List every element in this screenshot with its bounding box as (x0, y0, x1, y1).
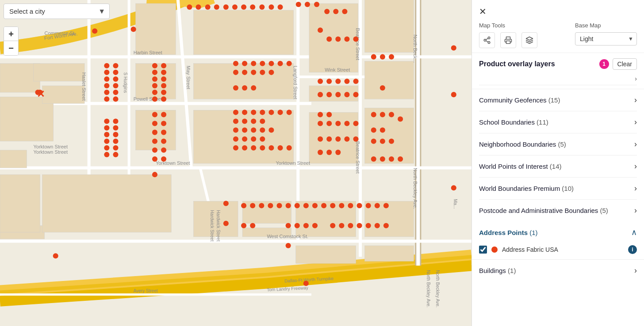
basemap-select[interactable]: LightDarkStreetsSatellite (575, 32, 637, 45)
svg-point-124 (161, 96, 166, 102)
svg-point-236 (259, 203, 264, 208)
layer-item-postcode-boundaries[interactable]: Postcode and Administrative Boundaries (… (479, 200, 637, 221)
svg-point-132 (161, 139, 166, 144)
svg-text:Yorktown Street: Yorktown Street (276, 160, 310, 166)
buildings-layer-item[interactable]: Buildings (1) › (479, 260, 637, 281)
svg-point-114 (161, 63, 166, 68)
svg-point-196 (326, 112, 332, 117)
svg-point-227 (451, 45, 456, 51)
svg-point-151 (242, 85, 247, 91)
chevron-right-icon: › (634, 95, 637, 105)
chevron-up-icon: ∧ (631, 227, 637, 237)
svg-line-271 (486, 41, 488, 42)
svg-point-192 (335, 92, 341, 97)
svg-point-210 (371, 54, 376, 60)
svg-point-200 (344, 121, 349, 126)
svg-rect-25 (193, 10, 293, 55)
address-fabric-info-button[interactable]: i (628, 245, 637, 254)
map-area: Select a city ▼ + − (0, 0, 472, 326)
overlay-section: Product overlay layers 1 Clear ​ › (472, 53, 644, 89)
svg-point-205 (344, 136, 349, 142)
svg-point-182 (335, 36, 341, 42)
address-fabric-label: Address Fabric USA (502, 246, 624, 253)
svg-point-254 (286, 223, 291, 228)
svg-text:Powell Street: Powell Street (134, 96, 162, 102)
svg-point-255 (295, 223, 300, 228)
svg-point-213 (380, 85, 385, 91)
svg-point-181 (326, 36, 332, 42)
layer-item-world-poi[interactable]: World Points of Interest (14) › (479, 155, 637, 178)
svg-text:North Beck...: North Beck... (413, 34, 418, 63)
svg-rect-29 (309, 86, 358, 101)
svg-point-166 (251, 128, 256, 133)
svg-point-199 (335, 121, 341, 126)
print-button[interactable] (500, 32, 516, 48)
share-button[interactable] (479, 32, 495, 48)
svg-point-202 (318, 136, 323, 142)
address-fabric-checkbox[interactable] (479, 246, 487, 254)
zoom-in-button[interactable]: + (4, 27, 18, 41)
overlay-title: Product overlay layers (479, 60, 555, 68)
partial-chevron-icon: › (635, 75, 637, 82)
svg-point-106 (113, 132, 118, 137)
svg-point-122 (161, 90, 166, 95)
svg-point-177 (268, 145, 274, 151)
overlay-header: Product overlay layers 1 Clear (479, 58, 637, 70)
layer-item-community-geofences[interactable]: Community Geofences (15) › (479, 89, 637, 111)
svg-point-183 (344, 36, 349, 42)
svg-text:Haslet Street: Haslet Street (81, 72, 87, 101)
close-button[interactable]: ✕ (479, 6, 487, 17)
svg-point-150 (233, 85, 238, 91)
svg-point-176 (260, 145, 265, 151)
svg-point-110 (113, 145, 118, 151)
svg-point-111 (104, 152, 109, 157)
svg-point-235 (250, 203, 255, 208)
map-tools-section: Map Tools (479, 22, 537, 48)
svg-point-113 (152, 63, 157, 68)
overlay-badge: 1 (599, 59, 609, 69)
svg-point-197 (318, 121, 323, 126)
svg-rect-38 (296, 246, 356, 263)
zoom-out-button[interactable]: − (4, 41, 18, 55)
svg-point-142 (268, 61, 274, 66)
city-select[interactable]: Select a city (4, 4, 110, 19)
svg-point-184 (353, 36, 358, 42)
svg-point-207 (318, 150, 323, 155)
layer-name: Neighborhood Boundaries (5) (479, 140, 566, 148)
basemap-select-container[interactable]: LightDarkStreetsSatellite ▼ (575, 32, 637, 45)
svg-point-248 (366, 203, 371, 208)
svg-point-194 (353, 92, 358, 97)
layer-name: Community Geofences (15) (479, 96, 560, 104)
chevron-right-icon: › (634, 184, 637, 193)
svg-rect-35 (242, 201, 291, 223)
svg-point-101 (104, 118, 109, 124)
layers-button[interactable] (521, 32, 537, 48)
address-points-header[interactable]: Address Points (1) ∧ (479, 221, 637, 242)
svg-text:Harbin Street: Harbin Street (134, 50, 162, 55)
clear-button[interactable]: Clear (613, 58, 637, 70)
svg-point-134 (161, 148, 166, 153)
svg-point-162 (251, 118, 256, 124)
svg-point-240 (295, 203, 300, 208)
svg-point-81 (305, 2, 310, 7)
svg-point-97 (104, 90, 109, 95)
svg-point-233 (223, 201, 229, 206)
svg-point-160 (233, 118, 238, 124)
svg-point-215 (380, 112, 385, 117)
layer-item-neighborhood-boundaries[interactable]: Neighborhood Boundaries (5) › (479, 133, 637, 155)
svg-point-253 (250, 223, 255, 228)
svg-rect-40 (365, 246, 414, 261)
basemap-section: Base Map LightDarkStreetsSatellite ▼ (575, 22, 637, 45)
layer-item-world-boundaries-premium[interactable]: World Boundaries Premium (10) › (479, 178, 637, 200)
svg-point-206 (353, 136, 358, 142)
layer-item-school-boundaries[interactable]: School Boundaries (11) › (479, 111, 637, 133)
svg-point-115 (152, 70, 157, 75)
svg-text:Langford Street: Langford Street (293, 66, 298, 99)
svg-point-86 (92, 28, 97, 34)
svg-point-145 (233, 70, 238, 75)
svg-point-237 (268, 203, 273, 208)
svg-point-73 (223, 4, 229, 10)
svg-point-250 (383, 203, 389, 208)
city-select-container[interactable]: Select a city ▼ (4, 4, 110, 19)
overlay-actions: 1 Clear (599, 58, 637, 70)
